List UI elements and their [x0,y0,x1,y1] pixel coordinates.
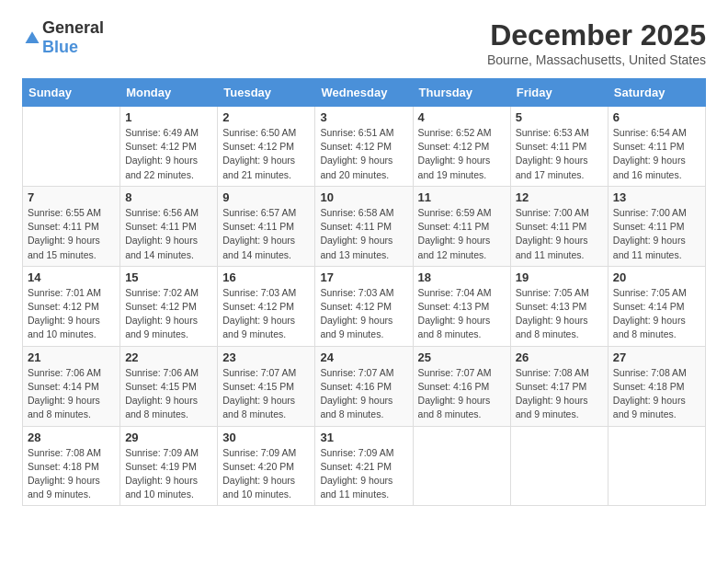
day-number: 22 [125,350,212,364]
calendar-cell: 5Sunrise: 6:53 AM Sunset: 4:11 PM Daylig… [510,107,608,187]
weekday-header-tuesday: Tuesday [218,79,315,107]
svg-marker-0 [26,31,40,43]
day-info: Sunrise: 7:06 AM Sunset: 4:14 PM Dayligh… [28,366,115,422]
calendar-cell: 13Sunrise: 7:00 AM Sunset: 4:11 PM Dayli… [608,186,705,266]
calendar-cell: 4Sunrise: 6:52 AM Sunset: 4:12 PM Daylig… [413,107,510,187]
calendar-table: SundayMondayTuesdayWednesdayThursdayFrid… [22,78,706,506]
calendar-cell: 31Sunrise: 7:09 AM Sunset: 4:21 PM Dayli… [315,426,413,506]
day-number: 27 [613,350,700,364]
weekday-header-thursday: Thursday [413,79,510,107]
day-info: Sunrise: 6:51 AM Sunset: 4:12 PM Dayligh… [320,126,407,182]
day-number: 13 [613,190,700,204]
day-number: 20 [613,270,700,284]
weekday-header-wednesday: Wednesday [315,79,413,107]
day-info: Sunrise: 6:50 AM Sunset: 4:12 PM Dayligh… [222,126,310,182]
calendar-cell: 9Sunrise: 6:57 AM Sunset: 4:11 PM Daylig… [218,186,315,266]
day-number: 24 [320,350,407,364]
calendar-cell: 11Sunrise: 6:59 AM Sunset: 4:11 PM Dayli… [413,186,510,266]
calendar-cell: 29Sunrise: 7:09 AM Sunset: 4:19 PM Dayli… [120,426,218,506]
month-title: December 2025 [487,18,706,52]
day-number: 12 [516,190,603,204]
day-info: Sunrise: 7:03 AM Sunset: 4:12 PM Dayligh… [320,286,407,342]
day-info: Sunrise: 6:57 AM Sunset: 4:11 PM Dayligh… [222,206,310,262]
location-subtitle: Bourne, Massachusetts, United States [487,52,706,67]
weekday-header-friday: Friday [510,79,608,107]
day-number: 4 [418,110,506,124]
calendar-week-5: 28Sunrise: 7:08 AM Sunset: 4:18 PM Dayli… [23,426,706,506]
calendar-cell: 10Sunrise: 6:58 AM Sunset: 4:11 PM Dayli… [315,186,413,266]
calendar-week-3: 14Sunrise: 7:01 AM Sunset: 4:12 PM Dayli… [23,266,706,346]
day-info: Sunrise: 7:08 AM Sunset: 4:18 PM Dayligh… [28,446,115,502]
day-info: Sunrise: 6:56 AM Sunset: 4:11 PM Dayligh… [125,206,212,262]
day-number: 18 [418,270,506,284]
calendar-cell: 15Sunrise: 7:02 AM Sunset: 4:12 PM Dayli… [120,266,218,346]
calendar-cell: 8Sunrise: 6:56 AM Sunset: 4:11 PM Daylig… [120,186,218,266]
calendar-cell: 3Sunrise: 6:51 AM Sunset: 4:12 PM Daylig… [315,107,413,187]
calendar-week-4: 21Sunrise: 7:06 AM Sunset: 4:14 PM Dayli… [23,346,706,426]
calendar-cell: 19Sunrise: 7:05 AM Sunset: 4:13 PM Dayli… [510,266,608,346]
day-number: 26 [516,350,603,364]
day-info: Sunrise: 7:01 AM Sunset: 4:12 PM Dayligh… [28,286,115,342]
day-info: Sunrise: 7:02 AM Sunset: 4:12 PM Dayligh… [125,286,212,342]
calendar-cell [413,426,510,506]
day-number: 31 [320,431,407,444]
day-info: Sunrise: 7:06 AM Sunset: 4:15 PM Dayligh… [125,366,212,422]
day-info: Sunrise: 7:07 AM Sunset: 4:16 PM Dayligh… [320,366,407,422]
day-number: 14 [28,270,115,284]
calendar-cell: 27Sunrise: 7:08 AM Sunset: 4:18 PM Dayli… [608,346,705,426]
day-number: 11 [418,190,506,204]
day-info: Sunrise: 7:09 AM Sunset: 4:21 PM Dayligh… [320,446,407,502]
day-info: Sunrise: 6:54 AM Sunset: 4:11 PM Dayligh… [613,126,700,182]
calendar-cell: 30Sunrise: 7:09 AM Sunset: 4:20 PM Dayli… [218,426,315,506]
calendar-cell: 25Sunrise: 7:07 AM Sunset: 4:16 PM Dayli… [413,346,510,426]
logo-text-blue: Blue [42,38,78,56]
calendar-cell: 20Sunrise: 7:05 AM Sunset: 4:14 PM Dayli… [608,266,705,346]
calendar-cell [510,426,608,506]
calendar-cell: 14Sunrise: 7:01 AM Sunset: 4:12 PM Dayli… [23,266,120,346]
weekday-header-saturday: Saturday [608,79,705,107]
calendar-cell: 17Sunrise: 7:03 AM Sunset: 4:12 PM Dayli… [315,266,413,346]
calendar-cell: 21Sunrise: 7:06 AM Sunset: 4:14 PM Dayli… [23,346,120,426]
header: General Blue December 2025 Bourne, Massa… [22,18,706,67]
calendar-cell: 23Sunrise: 7:07 AM Sunset: 4:15 PM Dayli… [218,346,315,426]
day-info: Sunrise: 6:59 AM Sunset: 4:11 PM Dayligh… [418,206,506,262]
day-number: 25 [418,350,506,364]
day-number: 3 [320,110,407,124]
calendar-cell [23,107,120,187]
day-number: 7 [28,190,115,204]
day-info: Sunrise: 7:08 AM Sunset: 4:17 PM Dayligh… [516,366,603,422]
day-info: Sunrise: 7:00 AM Sunset: 4:11 PM Dayligh… [516,206,603,262]
day-info: Sunrise: 6:53 AM Sunset: 4:11 PM Dayligh… [516,126,603,182]
calendar-cell: 7Sunrise: 6:55 AM Sunset: 4:11 PM Daylig… [23,186,120,266]
calendar-body: 1Sunrise: 6:49 AM Sunset: 4:12 PM Daylig… [23,107,706,506]
weekday-header-sunday: Sunday [23,79,120,107]
day-info: Sunrise: 7:07 AM Sunset: 4:15 PM Dayligh… [222,366,310,422]
calendar-cell: 2Sunrise: 6:50 AM Sunset: 4:12 PM Daylig… [218,107,315,187]
logo-icon [24,29,40,46]
calendar-cell: 28Sunrise: 7:08 AM Sunset: 4:18 PM Dayli… [23,426,120,506]
calendar-cell: 6Sunrise: 6:54 AM Sunset: 4:11 PM Daylig… [608,107,705,187]
calendar-cell: 1Sunrise: 6:49 AM Sunset: 4:12 PM Daylig… [120,107,218,187]
day-number: 1 [125,110,212,124]
title-area: December 2025 Bourne, Massachusetts, Uni… [487,18,706,67]
calendar-week-1: 1Sunrise: 6:49 AM Sunset: 4:12 PM Daylig… [23,107,706,187]
day-number: 23 [222,350,310,364]
day-number: 17 [320,270,407,284]
day-info: Sunrise: 7:03 AM Sunset: 4:12 PM Dayligh… [222,286,310,342]
day-number: 21 [28,350,115,364]
day-number: 29 [125,431,212,444]
calendar-cell: 22Sunrise: 7:06 AM Sunset: 4:15 PM Dayli… [120,346,218,426]
day-number: 16 [222,270,310,284]
day-number: 19 [516,270,603,284]
day-info: Sunrise: 7:09 AM Sunset: 4:20 PM Dayligh… [222,446,310,502]
day-number: 10 [320,190,407,204]
day-number: 5 [516,110,603,124]
calendar-cell: 24Sunrise: 7:07 AM Sunset: 4:16 PM Dayli… [315,346,413,426]
day-info: Sunrise: 7:00 AM Sunset: 4:11 PM Dayligh… [613,206,700,262]
day-info: Sunrise: 7:08 AM Sunset: 4:18 PM Dayligh… [613,366,700,422]
day-info: Sunrise: 7:07 AM Sunset: 4:16 PM Dayligh… [418,366,506,422]
calendar-week-2: 7Sunrise: 6:55 AM Sunset: 4:11 PM Daylig… [23,186,706,266]
day-number: 28 [28,431,115,444]
day-info: Sunrise: 7:04 AM Sunset: 4:13 PM Dayligh… [418,286,506,342]
calendar-cell: 16Sunrise: 7:03 AM Sunset: 4:12 PM Dayli… [218,266,315,346]
